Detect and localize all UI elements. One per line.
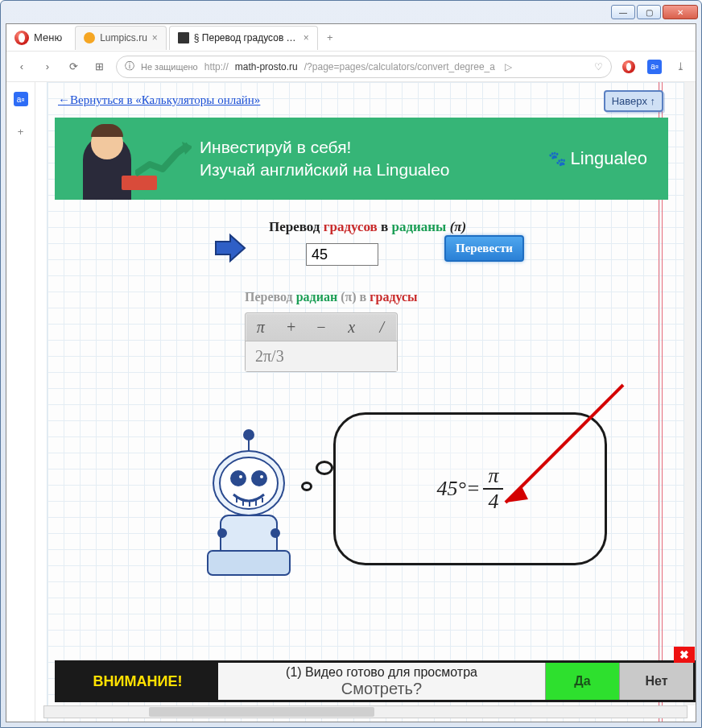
ad-brand: 🐾 Lingualeo [548,148,647,169]
radian-display[interactable]: 2π/3 [246,341,397,371]
close-button[interactable]: ✕ [663,5,698,19]
ad-text: Инвестируй в себя! Изучай английский на … [200,136,450,182]
speed-dial-button[interactable]: ⊞ [90,58,108,76]
opera-badge-icon[interactable] [620,58,638,76]
svg-marker-15 [506,486,528,503]
back-button[interactable]: ‹ [13,58,31,76]
tab-close-icon[interactable]: × [152,32,158,43]
favicon-icon [84,32,95,43]
opera-menu-button[interactable]: Меню [6,27,70,48]
page-viewport: ←Вернуться в «Калькуляторы онлайн» Навер… [35,82,696,722]
sidebar-add-button[interactable]: + [12,122,30,140]
browser-client: Меню Lumpics.ru × § Перевод градусов в р… [6,23,696,722]
minimize-button[interactable]: — [611,5,635,19]
svg-point-2 [244,430,254,440]
scrollbar-thumb[interactable] [149,707,374,717]
robot-mascot-icon [180,420,317,581]
translate-extension-icon[interactable]: aя [646,58,663,76]
tab-close-icon[interactable]: × [304,32,309,43]
info-icon: ⓘ [125,60,134,73]
svg-point-8 [238,474,243,479]
section-title: Перевод градусов в радианы (π) [269,219,647,235]
annotation-arrow-icon [486,380,631,517]
ad-message: (1) Видео готово для просмотра Смотреть? [218,663,545,700]
ad-warning-label: ВНИМАНИЕ! [57,663,218,700]
opera-logo-icon [14,31,29,45]
ad-chart-icon [135,142,192,182]
arrow-right-icon [213,232,250,264]
address-bar[interactable]: ⓘ Не защищено http://math-prosto.ru/?pag… [116,56,612,78]
key-plus[interactable]: + [276,318,307,337]
degrees-to-radians-section: Перевод градусов в радианы (π) Перевести [229,219,647,266]
radians-to-degrees-section: Перевод радиан (π) в градусы π + − x / 2… [245,290,418,372]
thought-dot-icon [301,482,312,491]
svg-point-9 [259,474,264,479]
key-multiply[interactable]: x [337,318,367,337]
window-frame: — ▢ ✕ Меню Lumpics.ru × § Перевод градус… [0,0,702,728]
maximize-button[interactable]: ▢ [637,5,661,19]
security-label: Не защищено [141,62,198,72]
scroll-to-top-button[interactable]: Наверх ↑ [604,90,663,112]
reload-button[interactable]: ⟳ [64,58,82,76]
ad-no-button[interactable]: Нет [619,663,693,700]
svg-line-14 [506,385,623,503]
degrees-input[interactable] [306,243,378,266]
bookmark-icon[interactable]: ♡ [594,61,603,72]
forward-button[interactable]: › [39,58,56,76]
vertical-scrollbar[interactable] [684,82,696,705]
horizontal-scrollbar[interactable] [43,705,688,718]
new-tab-button[interactable]: + [320,28,340,48]
back-to-calculators-link[interactable]: ←Вернуться в «Калькуляторы онлайн» [58,93,260,107]
paw-icon: 🐾 [548,150,566,168]
radian-keypad: π + − x / 2π/3 [245,312,398,372]
key-pi[interactable]: π [246,318,276,337]
key-minus[interactable]: − [306,318,337,337]
tab-math-prosto[interactable]: § Перевод градусов в рад × [169,26,318,50]
downloads-button[interactable]: ⤓ [671,58,689,76]
lingualeo-ad-banner[interactable]: Инвестируй в себя! Изучай английский на … [55,118,668,200]
svg-point-13 [271,529,279,537]
favicon-icon [178,32,189,43]
browser-sidebar: aя + [6,82,35,722]
window-titlebar[interactable]: — ▢ ✕ [1,1,701,23]
svg-marker-1 [216,235,245,261]
convert-button[interactable]: Перевести [444,235,524,262]
go-icon[interactable]: ▷ [505,61,512,72]
browser-toolbar: ‹ › ⟳ ⊞ ⓘ Не защищено http://math-prosto… [6,52,696,82]
ad-yes-button[interactable]: Да [545,663,619,700]
browser-tabstrip: Меню Lumpics.ru × § Перевод градусов в р… [6,24,696,52]
section-title: Перевод радиан (π) в градусы [245,290,418,304]
key-divide[interactable]: / [366,318,397,337]
svg-point-12 [218,529,226,537]
bottom-ad-bar: ✖ ВНИМАНИЕ! (1) Видео готово для просмот… [55,660,696,702]
ad-close-button[interactable]: ✖ [674,647,695,663]
tab-lumpics[interactable]: Lumpics.ru × [75,26,167,50]
sidebar-translate-icon[interactable]: aя [12,90,30,108]
thought-dot-icon [316,461,333,475]
svg-rect-11 [208,551,290,575]
